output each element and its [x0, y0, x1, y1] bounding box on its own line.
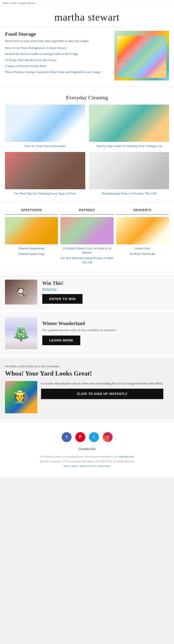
- win-text: Win This! Perfect Pot ENTER TO WIN: [42, 280, 83, 304]
- social-footer: f P t ◎ Unsubscribe This email was sent …: [0, 425, 174, 477]
- cleaning-link-garbage[interactable]: Step-by-Step Guide to Cleaning Your Garb…: [89, 144, 169, 148]
- promo-label: We think you'll totally love this newsle…: [5, 364, 169, 368]
- cleaning-image-garbage: [89, 104, 169, 142]
- food-storage-link-3[interactable]: 12 Foods That Should Never Be Frozen: [5, 58, 111, 62]
- footer-legal: This email was sent to exxxxx@gmail.com …: [5, 455, 169, 473]
- appetizers-image: [5, 217, 58, 244]
- cleaning-image-floor: [5, 152, 85, 189]
- pinterest-icon[interactable]: P: [75, 432, 85, 442]
- cleaning-item-1: How to Clean Your Dishwasher: [5, 104, 85, 148]
- site-header: martha stewart: [0, 6, 174, 26]
- signup-button[interactable]: CLICK TO SIGN UP INSTANTLY: [41, 389, 163, 399]
- food-storage-link-5[interactable]: These Produce-Saving Containers Help Fru…: [5, 70, 111, 74]
- instagram-icon[interactable]: ◎: [103, 432, 113, 442]
- food-storage-image: [114, 31, 169, 80]
- cleaning-section: Everyday Cleaning How to Clean Your Dish…: [0, 88, 174, 201]
- footer-subscribe-here[interactable]: Subscribe here: [119, 455, 134, 458]
- entrees-image: [60, 217, 113, 244]
- footer-email-text: This email was sent to exxxxx@gmail.com …: [40, 455, 118, 458]
- cleaning-item-2: Step-by-Step Guide to Cleaning Your Garb…: [89, 104, 169, 148]
- winter-heading: Winter Wonderland: [42, 321, 116, 326]
- twitter-icon[interactable]: t: [89, 432, 99, 442]
- food-storage-link-4[interactable]: 6 Ways to Prevent Freezer Burn: [5, 64, 111, 68]
- unsubscribe-label: Unsubscribe: [5, 447, 169, 451]
- cleaning-link-dishwasher[interactable]: How to Clean Your Dishwasher: [5, 144, 85, 148]
- promo-heading: Whoa! Your Yard Looks Great!: [5, 370, 169, 377]
- win-image: 🍳: [5, 280, 37, 304]
- desserts-image: [116, 217, 169, 244]
- appetizers-column: APPETIZERS Potatoes Dauphinoise Roasted …: [5, 208, 58, 266]
- entrees-link-1[interactable]: 29 Healthy Dinners You Can Make in 30 Mi…: [60, 246, 113, 255]
- winter-text: Winter Wonderland Try a glamorous new st…: [42, 321, 116, 345]
- food-storage-text: Food Storage Here's how to store your fr…: [5, 31, 114, 80]
- win-heading: Win This!: [42, 280, 83, 286]
- cleaning-section-title: Everyday Cleaning: [0, 88, 174, 104]
- appetizers-link-2[interactable]: Roasted Squash Soup: [5, 252, 58, 256]
- footer-terms-link[interactable]: Terms of Service: [80, 465, 97, 468]
- breadcrumb: How to Use a Crisper Drawer: [0, 0, 174, 6]
- food-storage-link-1[interactable]: How to Use Your Refrigerator's Crisper D…: [5, 46, 111, 50]
- appetizers-header: APPETIZERS: [5, 208, 58, 214]
- cleaning-link-floor[interactable]: Our Best Tips for Cleaning Every Type of…: [5, 191, 85, 196]
- entrees-column: ENTREES 29 Healthy Dinners You Can Make …: [60, 208, 113, 266]
- newsletter-image: 🧑‍🌾: [5, 381, 37, 413]
- site-title: martha stewart: [3, 11, 171, 23]
- cleaning-image-dishwasher: [5, 104, 85, 142]
- food-storage-section: Food Storage Here's how to store your fr…: [0, 28, 174, 83]
- newsletter-text: Is exactly what people will say when you…: [41, 381, 163, 399]
- footer-privacy-link[interactable]: Privacy Policy: [63, 465, 78, 468]
- facebook-icon[interactable]: f: [62, 432, 72, 442]
- food-storage-heading: Food Storage: [5, 31, 111, 37]
- cleaning-image-homekeeping: [89, 152, 169, 189]
- footer-legal-line1: This email was sent to exxxxx@gmail.com …: [10, 455, 164, 459]
- food-storage-link-2[interactable]: Section-by-Section Guide to Storing Food…: [5, 52, 111, 56]
- newsletter-inner: 🧑‍🌾 Is exactly what people will say when…: [5, 381, 169, 413]
- win-section: 🍳 Win This! Perfect Pot ENTER TO WIN: [0, 275, 174, 310]
- breadcrumb-link[interactable]: How to Use a Crisper Drawer: [3, 2, 36, 4]
- entrees-link-2[interactable]: Our Best Butternut Squash Recipes to Mak…: [60, 256, 113, 264]
- cleaning-item-4: Homekeeping Tasks to Prioritize This Fal…: [89, 152, 169, 196]
- footer-links: Privacy Policy | Terms of Service | Help…: [10, 464, 164, 468]
- desserts-header: DESSERTS: [116, 208, 169, 214]
- unsubscribe-link[interactable]: Unsubscribe: [78, 447, 96, 451]
- cleaning-link-homekeeping[interactable]: Homekeeping Tasks to Prioritize This Fal…: [89, 191, 169, 196]
- food-storage-description: Here's how to store your fruits and vege…: [5, 39, 111, 43]
- desserts-link-1[interactable]: Lemon Glaze: [116, 246, 169, 250]
- winter-section: 🎄 Winter Wonderland Try a glamorous new …: [0, 312, 174, 354]
- learn-more-button[interactable]: LEARN MORE: [42, 336, 80, 345]
- cleaning-grid: How to Clean Your Dishwasher Step-by-Ste…: [0, 104, 174, 201]
- winter-description: Try a glamorous new style of tree, avail…: [42, 328, 116, 332]
- winter-image: 🎄: [5, 317, 37, 349]
- appetizers-link-1[interactable]: Potatoes Dauphinoise: [5, 246, 58, 250]
- food-columns-section: APPETIZERS Potatoes Dauphinoise Roasted …: [0, 204, 174, 270]
- newsletter-promo-section: We think you'll totally love this newsle…: [0, 358, 174, 420]
- enter-to-win-button[interactable]: ENTER TO WIN: [42, 294, 83, 304]
- entrees-header: ENTREES: [60, 208, 113, 214]
- social-icons: f P t ◎: [5, 432, 169, 442]
- desserts-column: DESSERTS Lemon Glaze No-Bake Cheesecake: [116, 208, 169, 266]
- win-item[interactable]: Perfect Pot: [42, 287, 83, 291]
- newsletter-description: Is exactly what people will say when you…: [41, 381, 163, 386]
- food-columns: APPETIZERS Potatoes Dauphinoise Roasted …: [5, 208, 169, 266]
- cleaning-item-3: Our Best Tips for Cleaning Every Type of…: [5, 152, 85, 196]
- desserts-link-2[interactable]: No-Bake Cheesecake: [116, 252, 169, 256]
- footer-help-link[interactable]: Help Center: [98, 465, 111, 468]
- footer-legal-line2: Meredith Corporation, 1716 Locust Street…: [10, 460, 164, 464]
